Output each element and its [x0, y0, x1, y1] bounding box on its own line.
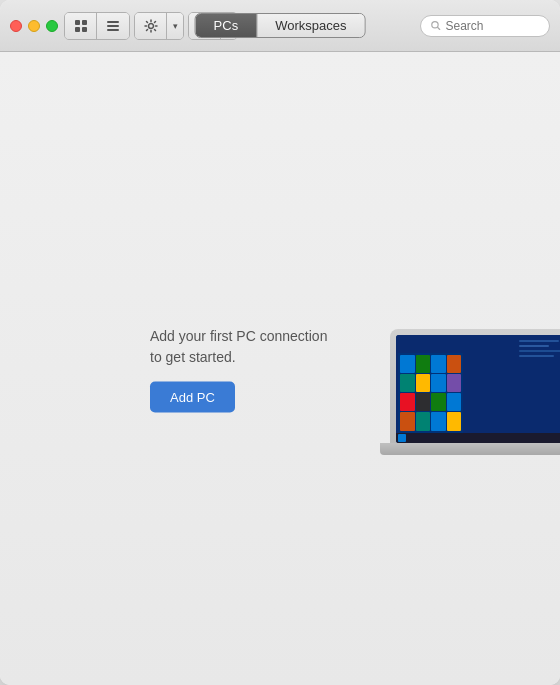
svg-rect-2 — [75, 27, 80, 32]
tile-8 — [447, 374, 462, 392]
tile-4 — [447, 355, 462, 373]
svg-rect-3 — [82, 27, 87, 32]
close-button[interactable] — [10, 20, 22, 32]
settings-dropdown-arrow[interactable]: ▾ — [167, 13, 183, 39]
tile-5 — [400, 374, 415, 392]
search-icon — [431, 20, 441, 31]
svg-rect-5 — [107, 25, 119, 27]
win-start-button — [398, 434, 406, 442]
laptop-illustration — [380, 289, 560, 449]
add-pc-button[interactable]: Add PC — [150, 381, 235, 412]
tile-9 — [400, 393, 415, 411]
tile-6 — [416, 374, 431, 392]
tile-2 — [416, 355, 431, 373]
tile-3 — [431, 355, 446, 373]
tile-14 — [416, 412, 431, 430]
traffic-lights — [10, 20, 58, 32]
gear-icon — [144, 19, 158, 33]
laptop-body — [390, 329, 560, 449]
svg-point-7 — [148, 23, 153, 28]
list-view-button[interactable] — [97, 13, 129, 39]
settings-dropdown: ▾ — [134, 12, 184, 40]
laptop-screen — [396, 335, 560, 443]
tile-11 — [431, 393, 446, 411]
svg-rect-4 — [107, 21, 119, 23]
tile-12 — [447, 393, 462, 411]
maximize-button[interactable] — [46, 20, 58, 32]
view-toggle — [64, 12, 130, 40]
tile-1 — [400, 355, 415, 373]
svg-rect-1 — [82, 20, 87, 25]
svg-line-9 — [438, 27, 440, 29]
tile-16 — [447, 412, 462, 430]
empty-message-line2: to get started. — [150, 348, 236, 364]
titlebar: ▾ + ▾ PCs Workspaces — [0, 0, 560, 52]
svg-rect-0 — [75, 20, 80, 25]
windows-desktop — [396, 335, 560, 443]
tab-pcs[interactable]: PCs — [196, 14, 258, 37]
settings-button[interactable] — [135, 13, 167, 39]
main-content: Add your first PC connection to get star… — [0, 52, 560, 685]
minimize-button[interactable] — [28, 20, 40, 32]
start-menu — [398, 353, 463, 433]
tile-15 — [431, 412, 446, 430]
tabs-control: PCs Workspaces — [195, 13, 366, 38]
tile-10 — [416, 393, 431, 411]
list-icon — [106, 19, 120, 33]
win-taskbar — [396, 433, 560, 443]
svg-rect-6 — [107, 29, 119, 31]
app-window: ▾ + ▾ PCs Workspaces — [0, 0, 560, 685]
tile-13 — [400, 412, 415, 430]
empty-message: Add your first PC connection to get star… — [150, 325, 327, 367]
svg-point-8 — [432, 22, 438, 28]
wallpaper-decoration — [519, 340, 560, 400]
tab-workspaces[interactable]: Workspaces — [257, 14, 364, 37]
empty-message-line1: Add your first PC connection — [150, 327, 327, 343]
grid-view-button[interactable] — [65, 13, 97, 39]
search-input[interactable] — [446, 19, 539, 33]
tile-7 — [431, 374, 446, 392]
grid-icon — [74, 19, 88, 33]
laptop-base — [380, 443, 560, 455]
empty-state: Add your first PC connection to get star… — [150, 325, 327, 412]
search-box — [420, 15, 550, 37]
